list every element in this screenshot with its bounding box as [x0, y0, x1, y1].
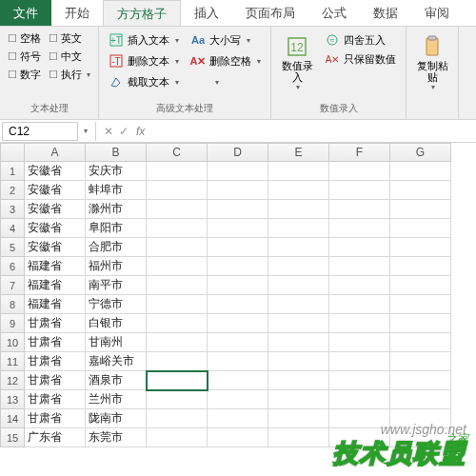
row-header[interactable]: 7	[0, 276, 25, 295]
cell-C14[interactable]	[147, 409, 208, 428]
cell-C2[interactable]	[147, 181, 208, 200]
cell-B12[interactable]: 酒泉市	[86, 371, 147, 390]
checkbox-空格[interactable]: 空格	[6, 30, 43, 47]
cell-F9[interactable]	[329, 314, 390, 333]
cell-G9[interactable]	[390, 314, 451, 333]
tab-6[interactable]: 数据	[360, 0, 411, 26]
accept-icon[interactable]: ✓	[119, 125, 129, 138]
cell-B14[interactable]: 陇南市	[86, 409, 147, 428]
text-action-button[interactable]: -T删除文本▾	[105, 51, 183, 70]
cell-G13[interactable]	[390, 390, 451, 409]
cell-F10[interactable]	[329, 333, 390, 352]
cell-F7[interactable]	[329, 276, 390, 295]
cell-C8[interactable]	[147, 295, 208, 314]
select-all-corner[interactable]	[0, 143, 25, 162]
cell-A11[interactable]: 甘肃省	[25, 352, 86, 371]
cell-E4[interactable]	[268, 219, 329, 238]
cell-G7[interactable]	[390, 276, 451, 295]
cell-E8[interactable]	[268, 295, 329, 314]
number-option-button[interactable]: ≈四舍五入	[321, 30, 400, 50]
cell-B3[interactable]: 滁州市	[86, 200, 147, 219]
row-header[interactable]: 10	[0, 333, 25, 352]
cell-D14[interactable]	[208, 409, 268, 428]
cell-B4[interactable]: 阜阳市	[86, 219, 147, 238]
cell-B13[interactable]: 兰州市	[86, 390, 147, 409]
checkbox-执行[interactable]: 执行 ▾	[47, 67, 92, 83]
cell-C13[interactable]	[147, 390, 208, 409]
cell-G2[interactable]	[390, 181, 451, 200]
cell-D15[interactable]	[208, 428, 268, 447]
cell-B1[interactable]: 安庆市	[86, 162, 147, 181]
cell-A1[interactable]: 安徽省	[25, 162, 86, 181]
cell-D2[interactable]	[208, 181, 268, 200]
cell-G15[interactable]	[390, 428, 451, 447]
cell-E13[interactable]	[268, 390, 329, 409]
cell-C11[interactable]	[147, 352, 208, 371]
cell-A12[interactable]: 甘肃省	[25, 371, 86, 390]
cell-E14[interactable]	[268, 409, 329, 428]
checkbox-数字[interactable]: 数字	[6, 67, 43, 83]
cell-G8[interactable]	[390, 295, 451, 314]
cell-C6[interactable]	[147, 257, 208, 276]
cell-D13[interactable]	[208, 390, 268, 409]
cell-B15[interactable]: 东莞市	[86, 428, 147, 447]
cell-B8[interactable]: 宁德市	[86, 295, 147, 314]
column-header-D[interactable]: D	[208, 143, 268, 162]
number-option-button[interactable]: A✕只保留数值	[321, 50, 400, 69]
cell-G5[interactable]	[390, 238, 451, 257]
cell-A4[interactable]: 安徽省	[25, 219, 86, 238]
cell-C12[interactable]	[147, 371, 208, 390]
cell-C5[interactable]	[147, 238, 208, 257]
text-action-button[interactable]: +T插入文本▾	[105, 30, 183, 50]
checkbox-符号[interactable]: 符号	[6, 49, 43, 65]
cell-A9[interactable]: 甘肃省	[25, 314, 86, 333]
cell-F8[interactable]	[329, 295, 390, 314]
column-header-A[interactable]: A	[25, 143, 86, 162]
cell-F11[interactable]	[329, 352, 390, 371]
cell-E9[interactable]	[268, 314, 329, 333]
cell-C1[interactable]	[147, 162, 208, 181]
cell-D1[interactable]	[208, 162, 268, 181]
row-header[interactable]: 3	[0, 200, 25, 219]
cell-E5[interactable]	[268, 238, 329, 257]
cell-A13[interactable]: 甘肃省	[25, 390, 86, 409]
cell-A5[interactable]: 安徽省	[25, 238, 86, 257]
cell-A15[interactable]: 广东省	[25, 428, 86, 447]
name-box-dropdown[interactable]: ▾	[80, 127, 91, 135]
cell-C4[interactable]	[147, 219, 208, 238]
cell-D10[interactable]	[208, 333, 268, 352]
cell-E7[interactable]	[268, 276, 329, 295]
cell-F1[interactable]	[329, 162, 390, 181]
cell-F3[interactable]	[329, 200, 390, 219]
cell-C10[interactable]	[147, 333, 208, 352]
number-entry-button[interactable]: 12 数值录 入 ▾	[277, 30, 317, 95]
cell-F2[interactable]	[329, 181, 390, 200]
row-header[interactable]: 14	[0, 409, 25, 428]
cell-F14[interactable]	[329, 409, 390, 428]
cell-D4[interactable]	[208, 219, 268, 238]
row-header[interactable]: 2	[0, 181, 25, 200]
row-header[interactable]: 15	[0, 428, 25, 447]
column-header-C[interactable]: C	[147, 143, 208, 162]
cell-F12[interactable]	[329, 371, 390, 390]
cell-A8[interactable]: 福建省	[25, 295, 86, 314]
cell-E2[interactable]	[268, 181, 329, 200]
cell-G3[interactable]	[390, 200, 451, 219]
fx-label[interactable]: fx	[132, 125, 149, 138]
cell-E3[interactable]	[268, 200, 329, 219]
cell-D8[interactable]	[208, 295, 268, 314]
cell-F6[interactable]	[329, 257, 390, 276]
cell-C3[interactable]	[147, 200, 208, 219]
column-header-B[interactable]: B	[86, 143, 147, 162]
row-header[interactable]: 5	[0, 238, 25, 257]
checkbox-中文[interactable]: 中文	[47, 49, 92, 65]
cell-G11[interactable]	[390, 352, 451, 371]
tab-3[interactable]: 插入	[181, 0, 232, 26]
cell-D5[interactable]	[208, 238, 268, 257]
column-header-F[interactable]: F	[329, 143, 390, 162]
cell-G10[interactable]	[390, 333, 451, 352]
cell-A10[interactable]: 甘肃省	[25, 333, 86, 352]
row-header[interactable]: 6	[0, 257, 25, 276]
tab-7[interactable]: 审阅	[411, 0, 463, 26]
copy-paste-button[interactable]: 复制粘 贴 ▾	[412, 30, 452, 95]
